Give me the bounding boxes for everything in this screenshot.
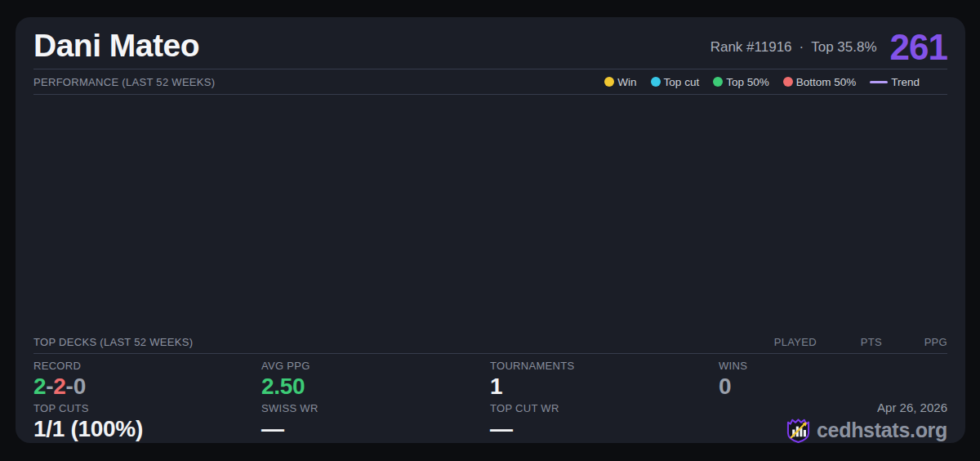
stat-top-cuts: TOP CUTS 1/1 (100%) xyxy=(33,402,246,442)
chart-legend: Win Top cut Top 50% Bottom 50% Trend xyxy=(604,76,920,88)
performance-header: PERFORMANCE (LAST 52 WEEKS) Win Top cut … xyxy=(33,69,947,95)
record-dash: - xyxy=(66,374,74,399)
legend-label: Win xyxy=(617,76,636,88)
top-decks-header: TOP DECKS (LAST 52 WEEKS) PLAYED PTS PPG xyxy=(33,331,947,354)
record-dash: - xyxy=(46,374,53,399)
top-cut-wr-value: — xyxy=(490,416,702,442)
tournaments-value: 1 xyxy=(490,374,702,400)
record-value: 2-2-0 xyxy=(33,374,246,400)
swiss-wr-value: — xyxy=(261,416,474,442)
footer: Apr 26, 2026 cedhstats.org xyxy=(786,401,947,443)
rating-value: 261 xyxy=(890,34,947,61)
top-percent: Top 35.8% xyxy=(811,40,876,54)
stat-tournaments: TOURNAMENTS 1 xyxy=(490,360,702,400)
trend-line-icon xyxy=(870,81,888,83)
stat-label: RECORD xyxy=(33,360,246,373)
bottom-50-dot-icon xyxy=(783,77,793,87)
record-draws: 0 xyxy=(74,374,86,399)
stat-avg-ppg: AVG PPG 2.50 xyxy=(261,360,474,400)
stat-label: SWISS WR xyxy=(261,402,474,415)
legend-label: Trend xyxy=(891,76,920,88)
legend-item-top-cut: Top cut xyxy=(651,76,700,88)
performance-title: PERFORMANCE (LAST 52 WEEKS) xyxy=(33,76,215,88)
record-wins: 2 xyxy=(33,374,46,399)
legend-label: Bottom 50% xyxy=(796,76,857,88)
legend-label: Top cut xyxy=(664,76,700,88)
rank-label: Rank #11916 xyxy=(710,40,792,54)
top-cuts-value: 1/1 (100%) xyxy=(33,416,246,442)
stats-grid: RECORD 2-2-0 AVG PPG 2.50 TOURNAMENTS 1 … xyxy=(33,354,947,442)
legend-item-bottom-50: Bottom 50% xyxy=(783,76,857,88)
column-header-played: PLAYED xyxy=(751,336,817,348)
legend-item-trend: Trend xyxy=(870,76,920,88)
top-decks-title: TOP DECKS (LAST 52 WEEKS) xyxy=(33,336,193,348)
stat-wins: WINS 0 xyxy=(719,360,931,400)
brand-name: cedhstats.org xyxy=(817,418,947,442)
stat-label: TOP CUT WR xyxy=(490,402,702,415)
column-header-ppg: PPG xyxy=(882,336,947,348)
stat-top-cut-wr: TOP CUT WR — xyxy=(490,402,702,442)
record-losses: 2 xyxy=(53,374,65,399)
rank-separator-dot: · xyxy=(800,40,804,54)
legend-item-top-50: Top 50% xyxy=(713,76,769,88)
rank-line: Rank #11916 · Top 35.8% xyxy=(710,40,877,61)
stat-swiss-wr: SWISS WR — xyxy=(261,402,474,442)
stat-label: TOURNAMENTS xyxy=(490,360,702,373)
player-stats-card: Dani Mateo Rank #11916 · Top 35.8% 261 P… xyxy=(16,17,965,443)
avg-ppg-value: 2.50 xyxy=(261,374,474,400)
header-right: Rank #11916 · Top 35.8% 261 xyxy=(710,34,947,61)
performance-chart-plot-area xyxy=(33,95,947,331)
column-header-pts: PTS xyxy=(817,336,882,348)
card-header: Dani Mateo Rank #11916 · Top 35.8% 261 xyxy=(33,17,947,69)
legend-item-win: Win xyxy=(604,76,636,88)
top-decks-columns: PLAYED PTS PPG xyxy=(751,336,947,348)
legend-label: Top 50% xyxy=(726,76,769,88)
top-cut-dot-icon xyxy=(651,77,661,87)
stat-label: TOP CUTS xyxy=(33,402,246,415)
stat-label: WINS xyxy=(719,360,931,373)
win-dot-icon xyxy=(604,77,614,87)
stat-record: RECORD 2-2-0 xyxy=(33,360,246,400)
player-name: Dani Mateo xyxy=(33,29,199,61)
wins-value: 0 xyxy=(719,374,931,400)
top-50-dot-icon xyxy=(713,77,723,87)
date-generated: Apr 26, 2026 xyxy=(786,401,947,415)
stat-label: AVG PPG xyxy=(261,360,474,373)
cedhstats-shield-logo-icon xyxy=(786,418,810,443)
brand-row: cedhstats.org xyxy=(786,418,947,443)
